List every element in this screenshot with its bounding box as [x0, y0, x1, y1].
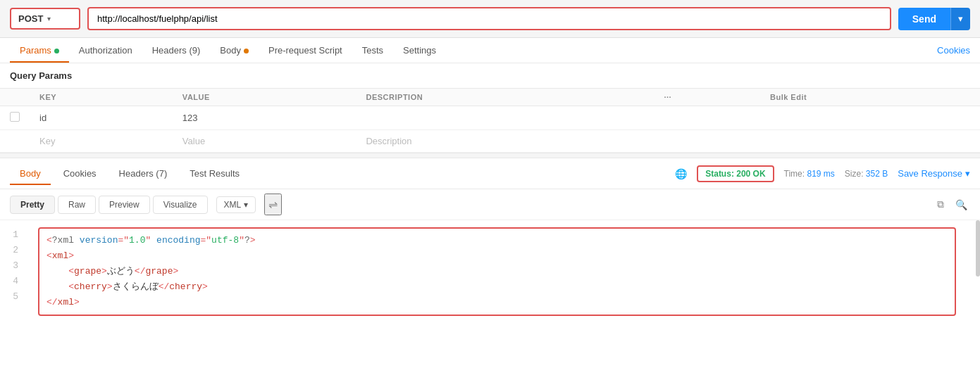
param-value[interactable]: 123: [173, 106, 356, 130]
th-key: KEY: [30, 89, 173, 106]
new-param-key-placeholder[interactable]: Key: [30, 130, 173, 153]
language-label: XML: [224, 200, 242, 210]
format-preview-button[interactable]: Preview: [99, 196, 150, 214]
response-size: Size: 352 B: [845, 169, 888, 179]
param-description[interactable]: [356, 106, 654, 130]
code-line-1: <?xml version="1.0" encoding="utf-8"?>: [46, 233, 948, 248]
response-meta: 🌐 Status: 200 OK Time: 819 ms Size: 352 …: [675, 165, 970, 182]
response-tab-headers[interactable]: Headers (7): [109, 163, 178, 184]
table-row: id 123: [0, 106, 980, 130]
body-dot: [244, 49, 249, 53]
top-bar: POST ▾ Send ▾: [0, 0, 980, 38]
status-badge: Status: 200 OK: [697, 165, 774, 182]
th-bulk-edit: Bulk Edit: [760, 89, 980, 106]
tab-headers[interactable]: Headers (9): [142, 38, 211, 63]
query-params-header: Query Params: [0, 63, 980, 88]
th-description: DESCRIPTION: [356, 89, 654, 106]
th-checkbox: [0, 89, 30, 106]
th-options-icon: ···: [654, 89, 760, 106]
method-label: POST: [18, 13, 43, 24]
format-visualize-button[interactable]: Visualize: [153, 196, 208, 214]
copy-button[interactable]: ⧉: [934, 196, 947, 213]
send-button-group: Send ▾: [898, 8, 970, 30]
response-tab-body[interactable]: Body: [10, 163, 51, 184]
th-value: VALUE: [173, 89, 356, 106]
code-area-wrapper: 1 2 3 4 5 <?xml version="1.0" encoding="…: [0, 220, 980, 323]
code-toolbar: Pretty Raw Preview Visualize XML ▾ ⇌ ⧉ 🔍: [0, 189, 980, 220]
response-tab-cookies[interactable]: Cookies: [54, 163, 106, 184]
tab-settings[interactable]: Settings: [393, 38, 446, 63]
wrap-button[interactable]: ⇌: [264, 194, 282, 215]
response-tab-test-results[interactable]: Test Results: [180, 163, 249, 184]
size-value: 352 B: [866, 169, 888, 179]
row-checkbox[interactable]: [10, 112, 20, 122]
send-button[interactable]: Send: [898, 8, 950, 30]
chevron-down-icon: ▾: [47, 15, 51, 23]
format-raw-button[interactable]: Raw: [58, 196, 96, 214]
new-param-value-placeholder[interactable]: Value: [173, 130, 356, 153]
chevron-down-icon: ▾: [965, 168, 970, 179]
tab-params[interactable]: Params: [10, 38, 69, 63]
code-area: 1 2 3 4 5 <?xml version="1.0" encoding="…: [0, 220, 980, 323]
cookies-link[interactable]: Cookies: [937, 38, 970, 63]
search-button[interactable]: 🔍: [953, 196, 970, 213]
line-numbers: 1 2 3 4 5: [0, 227, 28, 316]
params-dot: [54, 49, 59, 53]
response-tabs-bar: Body Cookies Headers (7) Test Results 🌐 …: [0, 158, 980, 189]
tab-body[interactable]: Body: [210, 38, 259, 63]
format-pretty-button[interactable]: Pretty: [10, 196, 55, 214]
new-param-desc-placeholder[interactable]: Description: [356, 130, 654, 153]
time-value: 819 ms: [807, 169, 834, 179]
code-line-4: <cherry>さくらんぼ</cherry>: [46, 279, 948, 295]
response-time: Time: 819 ms: [784, 169, 835, 179]
url-input[interactable]: [87, 7, 891, 30]
code-actions: ⧉ 🔍: [934, 196, 970, 213]
scrollbar-thumb[interactable]: [976, 220, 980, 277]
size-label: Size:: [845, 169, 864, 179]
chevron-down-icon: ▾: [244, 200, 248, 210]
globe-icon: 🌐: [675, 168, 687, 179]
save-response-button[interactable]: Save Response ▾: [898, 168, 970, 179]
code-highlight-box: <?xml version="1.0" encoding="utf-8"?> <…: [38, 227, 956, 316]
new-param-row: Key Value Description: [0, 130, 980, 153]
tab-authorization[interactable]: Authorization: [69, 38, 142, 63]
language-selector[interactable]: XML ▾: [216, 196, 256, 213]
time-label: Time:: [784, 169, 805, 179]
code-line-2: <xml>: [46, 248, 948, 264]
tab-prerequest[interactable]: Pre-request Script: [259, 38, 352, 63]
code-line-5: </xml>: [46, 295, 948, 310]
section-divider: [0, 153, 980, 158]
code-line-3: <grape>ぶどう</grape>: [46, 264, 948, 279]
params-table: KEY VALUE DESCRIPTION ··· Bulk Edit id 1…: [0, 88, 980, 153]
method-selector[interactable]: POST ▾: [10, 8, 80, 30]
request-tabs: Params Authorization Headers (9) Body Pr…: [0, 38, 980, 63]
send-dropdown-button[interactable]: ▾: [950, 8, 970, 30]
param-key[interactable]: id: [30, 106, 173, 130]
code-content: <?xml version="1.0" encoding="utf-8"?> <…: [28, 227, 980, 316]
tab-tests[interactable]: Tests: [352, 38, 393, 63]
